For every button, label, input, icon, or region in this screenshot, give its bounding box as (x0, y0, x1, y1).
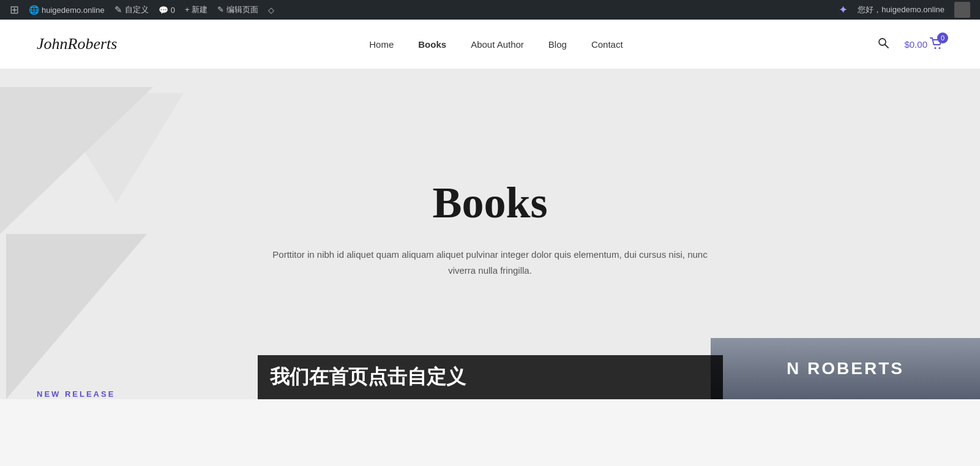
search-icon (877, 37, 889, 49)
nav-books[interactable]: Books (418, 39, 446, 50)
user-greeting-item[interactable]: 您好，huigedemo.online (853, 0, 949, 20)
admin-avatar-item[interactable] (949, 0, 975, 20)
header-right: $0.00 0 (875, 34, 943, 54)
admin-bar: ⊞ 🌐 huigedemo.online ✎ 自定义 💬 0 + 新建 ✎ 编辑… (0, 0, 980, 20)
svg-line-1 (885, 44, 889, 48)
comment-icon: 💬 (159, 6, 168, 15)
page-subtitle: Porttitor in nibh id aliquet quam aliqua… (270, 247, 711, 278)
greeting-label: 您好，huigedemo.online (858, 4, 944, 15)
cart-price: $0.00 (904, 39, 927, 50)
customize-icon: ✎ (114, 4, 122, 15)
cart-badge: 0 (937, 32, 948, 43)
site-wrapper: JohnRoberts Home Books About Author Blog… (0, 20, 980, 399)
annotation-text: 我们在首页点击自定义 (270, 364, 466, 391)
triangle-decoration-3 (49, 93, 184, 203)
cart-link[interactable]: $0.00 0 (904, 37, 943, 51)
annotation-bar: 我们在首页点击自定义 (258, 355, 723, 399)
customize-item[interactable]: ✎ 自定义 (110, 0, 154, 20)
diamond-icon: ◇ (268, 6, 274, 15)
book-preview-title: N ROBERTS (787, 359, 904, 378)
new-release-row: NEW RELEASE (37, 388, 115, 399)
nav-contact[interactable]: Contact (591, 39, 623, 50)
ai-icon-item[interactable]: ✦ (834, 0, 853, 20)
avatar-icon (954, 2, 970, 18)
sparkle-icon: ✦ (839, 3, 848, 17)
nav-blog[interactable]: Blog (548, 39, 567, 50)
comment-count: 0 (171, 6, 175, 15)
site-name-label: huigedemo.online (42, 6, 105, 15)
svg-point-3 (938, 47, 940, 49)
page-title: Books (432, 178, 547, 228)
site-name-item[interactable]: 🌐 huigedemo.online (24, 0, 110, 20)
new-label: + 新建 (185, 4, 208, 15)
site-favicon: 🌐 (29, 5, 39, 15)
nav-home[interactable]: Home (369, 39, 394, 50)
site-logo[interactable]: JohnRoberts (37, 35, 117, 53)
new-item[interactable]: + 新建 (180, 0, 212, 20)
main-nav: Home Books About Author Blog Contact (369, 39, 623, 50)
new-release-label: NEW RELEASE (37, 389, 115, 399)
wp-icon: ⊞ (10, 3, 19, 17)
search-button[interactable] (875, 34, 892, 54)
nav-about-author[interactable]: About Author (471, 39, 524, 50)
diamond-item[interactable]: ◇ (263, 0, 279, 20)
svg-point-2 (934, 47, 936, 49)
triangle-decoration-2 (6, 234, 147, 399)
comments-item[interactable]: 💬 0 (154, 0, 180, 20)
site-header: JohnRoberts Home Books About Author Blog… (0, 20, 980, 69)
customize-label: 自定义 (125, 4, 149, 15)
edit-page-item[interactable]: ✎ 编辑页面 (212, 0, 263, 20)
page-hero: Books Porttitor in nibh id aliquet quam … (0, 69, 980, 399)
wp-logo-item[interactable]: ⊞ (5, 0, 24, 20)
admin-bar-right: ✦ 您好，huigedemo.online (834, 0, 975, 20)
book-preview-partial: N ROBERTS (711, 338, 980, 399)
cart-icon-wrap: 0 (930, 37, 943, 51)
edit-label: ✎ 编辑页面 (217, 4, 258, 15)
